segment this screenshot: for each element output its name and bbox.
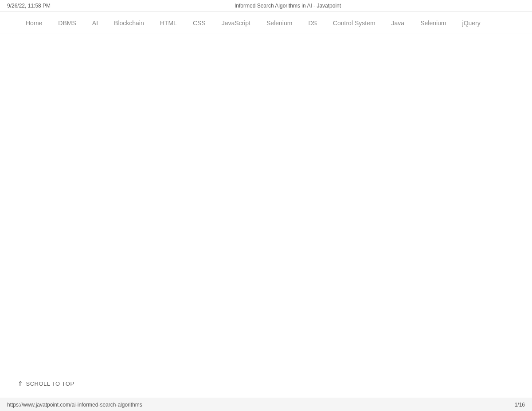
footer: ⇑ SCROLL TO TOP — [0, 371, 532, 396]
nav-item-ds[interactable]: DS — [300, 12, 325, 34]
browser-bar: 9/26/22, 11:58 PM Informed Search Algori… — [0, 0, 532, 12]
scroll-up-icon: ⇑ — [18, 380, 23, 387]
nav-item-java[interactable]: Java — [383, 12, 413, 34]
nav-item-home[interactable]: Home — [18, 12, 50, 34]
status-url: https://www.javatpoint.com/ai-informed-s… — [7, 402, 142, 408]
status-bar: https://www.javatpoint.com/ai-informed-s… — [0, 398, 532, 411]
browser-title: Informed Search Algorithms in AI - Javat… — [51, 3, 525, 9]
nav-item-css[interactable]: CSS — [185, 12, 214, 34]
browser-timestamp: 9/26/22, 11:58 PM — [7, 3, 51, 9]
nav-item-javascript[interactable]: JavaScript — [214, 12, 258, 34]
scroll-to-top-button[interactable]: ⇑ SCROLL TO TOP — [18, 380, 74, 387]
nav-item-dbms[interactable]: DBMS — [50, 12, 84, 34]
nav-item-selenium[interactable]: Selenium — [258, 12, 300, 34]
navbar: HomeDBMSAIBlockchainHTMLCSSJavaScriptSel… — [0, 12, 532, 34]
nav-item-blockchain[interactable]: Blockchain — [106, 12, 152, 34]
status-page-count: 1/16 — [515, 402, 525, 408]
nav-item-html[interactable]: HTML — [152, 12, 185, 34]
main-content — [0, 34, 532, 371]
nav-item-jquery[interactable]: jQuery — [454, 12, 489, 34]
scroll-to-top-label: SCROLL TO TOP — [26, 380, 74, 387]
nav-item-control-system[interactable]: Control System — [325, 12, 383, 34]
nav-item-ai[interactable]: AI — [84, 12, 106, 34]
nav-item-selenium[interactable]: Selenium — [412, 12, 454, 34]
